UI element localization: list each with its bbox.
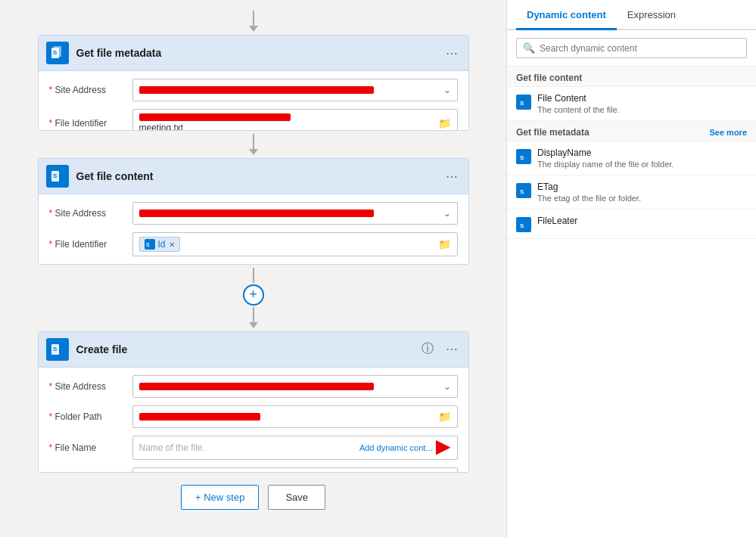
- main-container: S Get file metadata ⋯ * Site Address ⌄: [0, 0, 756, 537]
- connector-2-3: +: [243, 268, 264, 328]
- step-header-create: S Create file ⓘ ⋯: [39, 332, 468, 368]
- connector-1-2: [249, 134, 258, 155]
- dynamic-item-text-displayname: DisplayName The display name of the file…: [537, 147, 674, 169]
- field-row-site-3: * Site Address ⌄: [49, 375, 458, 398]
- dynamic-item-fileleater[interactable]: S FileLeater: [507, 210, 756, 239]
- step-actions-content: ⋯: [443, 168, 461, 185]
- panel-search-area: 🔍: [507, 30, 756, 67]
- item-name-fileleater: FileLeater: [537, 216, 577, 226]
- section-header-get-file-content: Get file content: [507, 67, 756, 87]
- dropdown-arrow-3: ⌄: [443, 381, 451, 392]
- chip-icon-id: S: [145, 239, 155, 250]
- panel-tabs: Dynamic content Expression: [507, 0, 756, 30]
- folder-icon-1: 📁: [438, 117, 451, 129]
- field-label-site-2: * Site Address: [49, 208, 132, 219]
- item-name-file-content: File Content: [537, 93, 620, 104]
- arrow-head: [249, 26, 258, 32]
- section-title-get-file-metadata: Get file metadata: [516, 127, 590, 138]
- dynamic-item-etag[interactable]: S ETag The etag of the file or folder.: [507, 175, 756, 210]
- required-star-3: *: [49, 208, 53, 219]
- connector-line: [253, 11, 254, 26]
- dynamic-item-text-etag: ETag The etag of the file or folder.: [537, 182, 641, 203]
- dynamic-item-icon-file-content: S: [516, 95, 531, 110]
- field-input-fileid-1[interactable]: meeting.txt 📁: [132, 109, 458, 131]
- sharepoint-icon-content: S: [46, 165, 69, 188]
- info-button-create[interactable]: ⓘ: [418, 340, 437, 359]
- field-input-site-2[interactable]: ⌄: [132, 202, 458, 225]
- step-header-metadata: S Get file metadata ⋯: [39, 36, 468, 71]
- field-label-filename: * File Name: [49, 442, 132, 453]
- item-desc-file-content: The content of the file.: [537, 105, 620, 114]
- flow-area: S Get file metadata ⋯ * Site Address ⌄: [0, 0, 506, 537]
- dropdown-arrow-2: ⌄: [443, 208, 451, 219]
- item-desc-displayname: The display name of the file or folder.: [537, 160, 674, 169]
- add-step-plus-button[interactable]: +: [243, 284, 264, 306]
- field-input-folder[interactable]: 📁: [132, 405, 458, 428]
- dynamic-item-icon-etag: S: [516, 183, 531, 198]
- step-body-create: * Site Address ⌄ * Folder Path 📁: [39, 368, 468, 473]
- tab-dynamic-content[interactable]: Dynamic content: [516, 0, 617, 30]
- svg-text:S: S: [146, 242, 150, 247]
- required-star-5: *: [49, 381, 53, 392]
- svg-text:S: S: [520, 154, 524, 161]
- dynamic-content-panel: Dynamic content Expression 🔍 Get file co…: [506, 0, 756, 537]
- more-button-metadata[interactable]: ⋯: [443, 45, 461, 62]
- field-row-filename: * File Name Name of the file. Add dynami…: [49, 436, 458, 460]
- field-input-filecontent[interactable]: Content of the file.: [132, 467, 458, 473]
- svg-text:S: S: [520, 222, 524, 229]
- field-input-site-3[interactable]: ⌄: [132, 375, 458, 398]
- field-row-site-2: * Site Address ⌄: [49, 202, 458, 225]
- see-more-link[interactable]: See more: [709, 128, 747, 137]
- tab-expression[interactable]: Expression: [617, 0, 686, 30]
- step-body-metadata: * Site Address ⌄ * File Identifier meeti…: [39, 71, 468, 131]
- search-icon: 🔍: [523, 42, 535, 54]
- folder-icon-3: 📁: [438, 411, 451, 423]
- field-input-filename[interactable]: Name of the file. Add dynamic cont...: [132, 436, 458, 460]
- dynamic-item-text-fileleater: FileLeater: [537, 216, 577, 226]
- step-actions-create: ⓘ ⋯: [418, 340, 461, 359]
- step-title-metadata: Get file metadata: [76, 47, 443, 59]
- redacted-site-3: [139, 383, 374, 390]
- save-label: Save: [285, 492, 308, 503]
- required-star-6: *: [49, 411, 53, 422]
- step-get-file-content: S Get file content ⋯ * Site Address ⌄: [38, 158, 469, 264]
- field-label-folder: * Folder Path: [49, 411, 132, 422]
- dropdown-arrow-1: ⌄: [443, 85, 451, 95]
- step-get-file-metadata: S Get file metadata ⋯ * Site Address ⌄: [38, 35, 469, 131]
- more-button-create[interactable]: ⋯: [443, 340, 461, 358]
- field-row-filecontent: * File Content Content of the file.: [49, 467, 458, 473]
- sharepoint-icon-create: S: [46, 338, 69, 361]
- step-create-file: S Create file ⓘ ⋯ * Site Address ⌄: [38, 331, 469, 473]
- redacted-site-1: [139, 86, 374, 94]
- connector-line-1: [253, 134, 254, 149]
- field-row-site-address-1: * Site Address ⌄: [49, 79, 458, 101]
- required-star-7: *: [49, 442, 53, 453]
- svg-text:S: S: [53, 49, 58, 56]
- field-input-fileid-2[interactable]: S Id ✕ 📁: [132, 232, 458, 256]
- add-dynamic-content-link[interactable]: Add dynamic cont...: [359, 443, 433, 452]
- top-connector: [249, 11, 258, 32]
- arrow-head-2: [249, 322, 258, 328]
- search-input[interactable]: [540, 43, 740, 54]
- dynamic-item-displayname[interactable]: S DisplayName The display name of the fi…: [507, 141, 756, 175]
- field-row-folder-path: * Folder Path 📁: [49, 405, 458, 428]
- save-button[interactable]: Save: [268, 485, 325, 510]
- field-label-site-3: * Site Address: [49, 381, 132, 392]
- new-step-label: + New step: [195, 492, 244, 503]
- chip-remove-id[interactable]: ✕: [169, 241, 175, 249]
- panel-content: Get file content S File Content The cont…: [507, 67, 756, 537]
- required-star-2: *: [49, 118, 53, 129]
- dynamic-item-icon-displayname: S: [516, 149, 531, 164]
- search-box: 🔍: [516, 38, 747, 58]
- folder-icon-2: 📁: [438, 238, 451, 250]
- field-input-site-1[interactable]: ⌄: [132, 79, 458, 101]
- step-title-content: Get file content: [76, 170, 443, 182]
- field-label-fileid-2: * File Identifier: [49, 239, 132, 250]
- bottom-actions: + New step Save: [181, 473, 325, 522]
- dynamic-item-file-content[interactable]: S File Content The content of the file.: [507, 87, 756, 121]
- filename-placeholder: Name of the file.: [139, 442, 205, 453]
- more-button-content[interactable]: ⋯: [443, 168, 461, 185]
- redacted-folder: [139, 413, 260, 421]
- item-name-etag: ETag: [537, 182, 641, 192]
- new-step-button[interactable]: + New step: [181, 485, 259, 510]
